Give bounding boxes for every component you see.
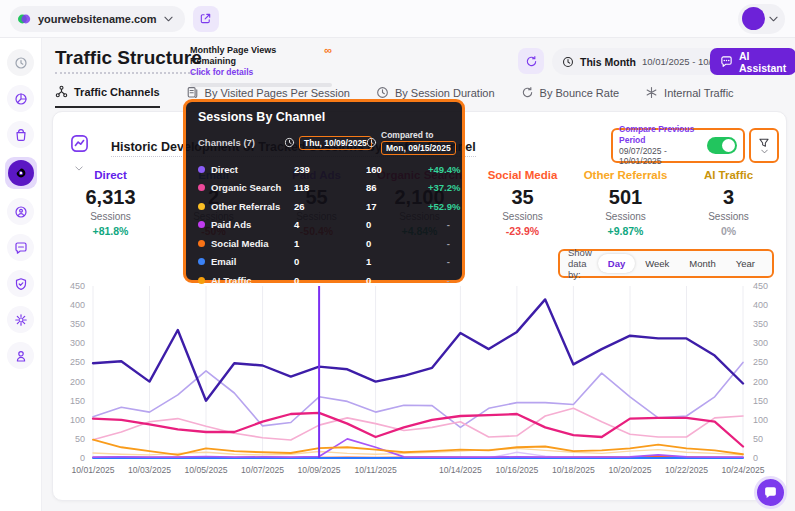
tooltip-current-date: Thu, 10/09/2025 [299, 136, 372, 150]
tooltip-row-social-media: Social Media 1 0 - [198, 234, 450, 253]
stat-sessions-label: Sessions [574, 211, 677, 222]
sidebar-item-active[interactable] [5, 157, 37, 189]
compare-toggle[interactable] [707, 137, 737, 154]
svg-text:10/18/2025: 10/18/2025 [552, 465, 595, 475]
shield-icon [14, 277, 28, 291]
tab-4[interactable]: Internal Traffic [645, 85, 734, 108]
svg-text:50: 50 [753, 434, 763, 444]
chevron-down-icon [164, 16, 173, 22]
channel-dot [198, 203, 205, 210]
tab-3[interactable]: By Bounce Rate [521, 85, 620, 108]
svg-text:50: 50 [75, 434, 85, 444]
user-pin-icon [14, 349, 28, 363]
svg-text:10/07/2025: 10/07/2025 [241, 465, 284, 475]
stat-sessions-label: Sessions [677, 211, 780, 222]
granularity-week[interactable]: Week [635, 254, 679, 273]
period-label: This Month [580, 56, 636, 68]
granularity-month[interactable]: Month [679, 254, 725, 273]
stat-sessions-label: Sessions [471, 211, 574, 222]
gear-icon [14, 313, 28, 327]
stat-social-media[interactable]: Social Media 35 Sessions -23.9% [471, 169, 574, 237]
site-favicon [17, 12, 31, 26]
user-menu[interactable] [738, 4, 785, 34]
sessions-line-chart[interactable]: 0050501001001501502002002502503003003503… [59, 280, 781, 485]
pageviews-label: Monthly Page Views Remaining [190, 45, 324, 67]
clock-icon [284, 137, 295, 148]
tooltip-compared-date: Mon, 09/15/2025 [381, 141, 456, 155]
filter-button[interactable] [749, 128, 779, 163]
svg-text:0: 0 [753, 453, 758, 463]
session-duration-icon [376, 86, 389, 99]
pageviews-details-link[interactable]: Click for details [190, 67, 324, 77]
compare-range: 09/07/2025 - 10/01/2025 [619, 146, 700, 167]
sidebar-item-pie-chart[interactable] [7, 85, 34, 112]
clock-icon [366, 137, 377, 148]
refresh-icon [525, 55, 538, 68]
compare-previous-period: Compare Previous Period 09/07/2025 - 10/… [611, 128, 745, 163]
clock-icon [562, 56, 574, 68]
tooltip-row-ai-traffic: AI Traffic 0 0 - [198, 271, 450, 290]
tooltip-rows: Direct 239 160 +49.4% Organic Search 118… [198, 160, 450, 290]
chat-feedback-icon [14, 241, 28, 255]
svg-text:100: 100 [753, 415, 768, 425]
svg-text:400: 400 [753, 300, 768, 310]
stat-name: Other Referrals [574, 169, 677, 181]
support-chat-button[interactable] [754, 476, 787, 509]
svg-text:350: 350 [753, 319, 768, 329]
app: yourwebsitename.com Traffic Structure Mo… [0, 0, 795, 511]
channel-dot [198, 258, 205, 265]
sidebar-item-audience[interactable] [7, 198, 34, 225]
stat-change: -23.9% [471, 225, 574, 237]
svg-text:10/22/2025: 10/22/2025 [665, 465, 708, 475]
sidebar-item-shield[interactable] [7, 270, 34, 297]
svg-text:10/05/2025: 10/05/2025 [184, 465, 227, 475]
internal-traffic-icon [645, 86, 658, 99]
granularity-year[interactable]: Year [726, 254, 765, 273]
tab-label: By Visited Pages Per Session [205, 87, 350, 99]
main-content: Traffic Structure Monthly Page Views Rem… [42, 38, 795, 511]
tooltip-row-direct: Direct 239 160 +49.4% [198, 160, 450, 179]
stat-change: +9.87% [574, 225, 677, 237]
svg-text:10/20/2025: 10/20/2025 [608, 465, 651, 475]
tab-0[interactable]: Traffic Channels [55, 85, 160, 108]
stat-change: 0% [677, 225, 780, 237]
stat-value: 35 [471, 186, 574, 209]
sidebar-item-history[interactable] [7, 49, 34, 76]
avatar [742, 7, 765, 30]
tooltip-channels-count: Channels (7) [198, 137, 284, 148]
show-data-by: Show data by: DayWeekMonthYear [558, 249, 774, 278]
pageviews-widget[interactable]: Monthly Page Views Remaining Click for d… [190, 45, 332, 87]
svg-text:10/09/2025: 10/09/2025 [298, 465, 341, 475]
stat-change: +81.8% [59, 225, 162, 237]
tooltip-compared-label: Compared to [381, 130, 456, 141]
tab-label: Traffic Channels [74, 86, 160, 98]
stat-ai-traffic[interactable]: AI Traffic 3 Sessions 0% [677, 169, 780, 237]
website-selector[interactable]: yourwebsitename.com [10, 6, 185, 32]
stat-other-referrals[interactable]: Other Referrals 501 Sessions +9.87% [574, 169, 677, 237]
svg-text:300: 300 [753, 338, 768, 348]
channel-dot [198, 166, 205, 173]
svg-text:10/11/2025: 10/11/2025 [354, 465, 397, 475]
stat-direct[interactable]: Direct 6,313 Sessions +81.8% [59, 169, 162, 237]
tooltip-row-organic-search: Organic Search 118 86 +37.2% [198, 179, 450, 198]
tab-label: Internal Traffic [664, 87, 734, 99]
svg-text:100: 100 [70, 415, 85, 425]
sidebar-item-user-pin[interactable] [7, 342, 34, 369]
history-icon [14, 56, 28, 70]
sidebar-item-gear[interactable] [7, 306, 34, 333]
svg-text:150: 150 [70, 396, 85, 406]
stat-sessions-label: Sessions [59, 211, 162, 222]
stat-value: 6,313 [59, 186, 162, 209]
refresh-button[interactable] [518, 48, 544, 74]
svg-text:10/01/2025: 10/01/2025 [71, 465, 114, 475]
show-data-by-label: Show data by: [568, 247, 592, 280]
audience-icon [14, 205, 28, 219]
granularity-day[interactable]: Day [598, 254, 635, 273]
svg-text:200: 200 [753, 377, 768, 387]
ai-assistant-button[interactable]: AI Assistant [710, 48, 795, 75]
sidebar-item-chat-feedback[interactable] [7, 234, 34, 261]
svg-text:350: 350 [70, 319, 85, 329]
open-website-button[interactable] [193, 6, 219, 32]
svg-text:10/03/2025: 10/03/2025 [128, 465, 171, 475]
sidebar-item-orders-bag[interactable] [7, 121, 34, 148]
